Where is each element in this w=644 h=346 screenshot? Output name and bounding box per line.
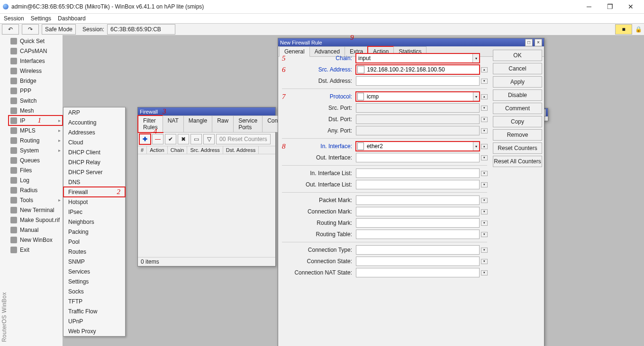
titlebar: admin@6C:3B:6B:65:9D:CB (MikroTik) - Win… <box>0 0 644 14</box>
lock-icon: 🔒 <box>635 26 642 33</box>
session-value: 6C:3B:6B:65:9D:CB <box>107 24 175 35</box>
menubar: Session Settings Dashboard <box>0 14 644 23</box>
close-button[interactable]: ✕ <box>620 0 641 13</box>
toolbar: ↶ ↷ Safe Mode Session: 6C:3B:6B:65:9D:CB… <box>0 23 644 35</box>
window-title: admin@6C:3B:6B:65:9D:CB (MikroTik) - Win… <box>11 3 579 10</box>
anno-9: 9 <box>350 34 354 35</box>
safe-mode-button[interactable]: Safe Mode <box>42 24 76 35</box>
back-button[interactable]: ↶ <box>2 24 19 35</box>
menu-dashboard[interactable]: Dashboard <box>58 15 86 22</box>
sidebar: RouterOS WinBox Quick SetCAPsMANInterfac… <box>0 35 63 35</box>
app-icon <box>3 4 9 9</box>
session-label: Session: <box>82 26 104 33</box>
minimize-button[interactable]: ─ <box>579 0 599 13</box>
status-dot-yellow: ■ <box>615 24 632 35</box>
maximize-button[interactable]: ❐ <box>599 0 620 13</box>
redo-button[interactable]: ↷ <box>22 24 39 35</box>
workspace: RouterOS WinBox Quick SetCAPsMANInterfac… <box>0 35 644 35</box>
menu-settings[interactable]: Settings <box>31 15 51 22</box>
menu-session[interactable]: Session <box>4 15 24 22</box>
